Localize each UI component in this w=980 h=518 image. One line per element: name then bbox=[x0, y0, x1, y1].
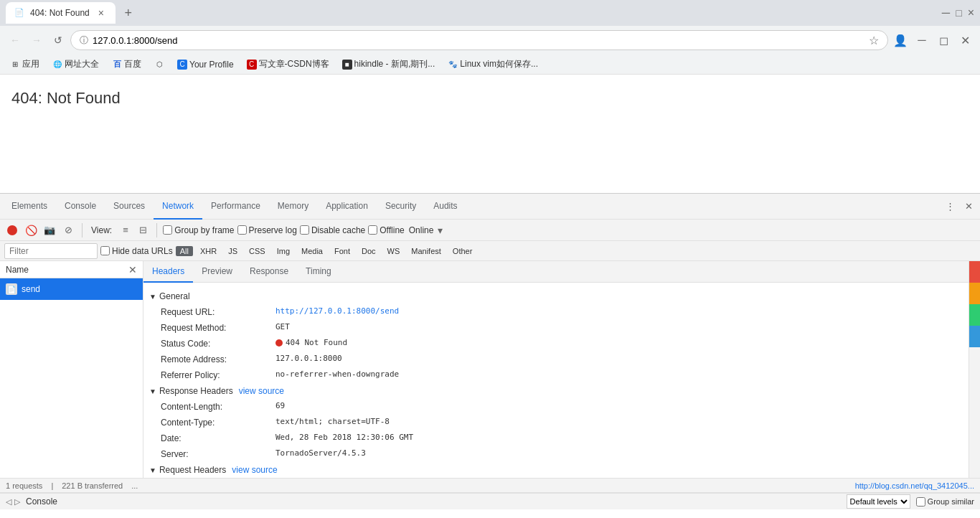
detail-tab-headers[interactable]: Headers bbox=[143, 261, 193, 283]
disable-cache-input[interactable] bbox=[300, 225, 309, 235]
online-status: Online bbox=[409, 225, 434, 235]
response-headers-section[interactable]: ▼ Response Headers view source bbox=[143, 383, 969, 399]
content-type-val: text/html; charset=UTF-8 bbox=[275, 416, 390, 429]
type-btn-xhr[interactable]: XHR bbox=[196, 246, 221, 256]
hide-data-urls-input[interactable] bbox=[100, 246, 110, 255]
console-input[interactable] bbox=[69, 496, 841, 507]
devtools-tabs: Elements Console Sources Network Perform… bbox=[0, 194, 980, 220]
detail-tab-response[interactable]: Response bbox=[241, 261, 297, 283]
type-btn-ws[interactable]: WS bbox=[383, 246, 405, 256]
tab-audits[interactable]: Audits bbox=[425, 194, 466, 220]
browser-tab[interactable]: 📄 404: Not Found × bbox=[6, 2, 116, 24]
detail-tab-preview[interactable]: Preview bbox=[193, 261, 241, 283]
view-list-btn[interactable]: ≡ bbox=[118, 222, 133, 238]
detail-tab-timing[interactable]: Timing bbox=[297, 261, 340, 283]
filter-input[interactable] bbox=[4, 243, 98, 259]
group-frame-checkbox[interactable]: Group by frame bbox=[163, 225, 234, 235]
server-val: TornadoServer/4.5.3 bbox=[275, 448, 366, 461]
details-panel: Headers Preview Response Timing ▼ Genera… bbox=[143, 261, 969, 478]
disable-cache-checkbox[interactable]: Disable cache bbox=[300, 225, 365, 235]
hide-data-urls-label[interactable]: Hide data URLs bbox=[100, 246, 173, 256]
reload-btn[interactable]: ↺ bbox=[49, 31, 67, 50]
type-btn-doc[interactable]: Doc bbox=[357, 246, 380, 256]
type-btn-other[interactable]: Other bbox=[448, 246, 477, 256]
tab-elements[interactable]: Elements bbox=[3, 194, 56, 220]
address-bar: ⓘ ☆ bbox=[70, 30, 888, 50]
tab-application[interactable]: Application bbox=[317, 194, 377, 220]
type-btn-img[interactable]: Img bbox=[273, 246, 294, 256]
tab-close-btn[interactable]: × bbox=[95, 7, 107, 19]
bookmark-github[interactable]: ⬡ bbox=[150, 58, 169, 71]
request-item-send[interactable]: 📄 send bbox=[0, 278, 143, 300]
hikindle-icon: ■ bbox=[342, 60, 352, 70]
console-nav-back[interactable]: ◁ bbox=[6, 497, 11, 507]
bookmark-your-profile[interactable]: C Your Profile bbox=[173, 58, 238, 71]
console-tab-btn[interactable]: Console bbox=[20, 496, 63, 507]
tab-console[interactable]: Console bbox=[56, 194, 105, 220]
offline-input[interactable] bbox=[368, 225, 377, 235]
minimize-btn[interactable]: ─ bbox=[942, 6, 950, 19]
group-similar-label[interactable]: Group similar bbox=[916, 497, 974, 507]
preserve-log-input[interactable] bbox=[237, 225, 247, 235]
request-url-val: http://127.0.0.1:8000/send bbox=[275, 306, 399, 319]
type-btn-js[interactable]: JS bbox=[224, 246, 242, 256]
console-level-select[interactable]: Default levels bbox=[847, 494, 910, 509]
view-large-btn[interactable]: ⊟ bbox=[135, 222, 151, 238]
detail-tabs: Headers Preview Response Timing bbox=[143, 261, 969, 283]
console-bar: ◁ ▷ Console Default levels Group similar bbox=[0, 492, 980, 509]
type-btn-media[interactable]: Media bbox=[297, 246, 327, 256]
clear-btn[interactable]: 🚫 bbox=[23, 222, 39, 238]
filter-icon: ⊘ bbox=[65, 225, 72, 235]
group-similar-input[interactable] bbox=[916, 497, 925, 507]
bookmark-csdn[interactable]: C 写文章-CSDN博客 bbox=[242, 57, 334, 72]
bookmark-linux[interactable]: 🐾 Linux vim如何保存... bbox=[443, 57, 542, 72]
console-nav-forward[interactable]: ▷ bbox=[14, 497, 20, 507]
close-pane-btn[interactable]: ✕ bbox=[128, 264, 137, 276]
request-headers-section[interactable]: ▼ Request Headers view source bbox=[143, 462, 969, 478]
screenshot-btn[interactable]: 📷 bbox=[42, 222, 57, 238]
request-list-header: Name ✕ bbox=[0, 261, 143, 278]
maximize-btn[interactable]: □ bbox=[956, 7, 961, 19]
type-btn-manifest[interactable]: Manifest bbox=[407, 246, 446, 256]
tab-network[interactable]: Network bbox=[154, 194, 202, 220]
timeline-scrollbar[interactable] bbox=[969, 261, 980, 478]
user-account-btn[interactable]: 👤 bbox=[891, 31, 910, 50]
close-devtools-btn[interactable]: ✕ bbox=[960, 198, 977, 215]
address-input[interactable] bbox=[93, 35, 864, 46]
bookmark-wangzhan[interactable]: 🌐 网址大全 bbox=[48, 57, 103, 72]
type-btn-all[interactable]: All bbox=[176, 246, 193, 256]
bookmark-hikindle[interactable]: ■ hikindle - 新闻,期刊... bbox=[338, 57, 440, 72]
new-tab-btn[interactable]: + bbox=[118, 3, 138, 23]
customize-devtools-btn[interactable]: ⋮ bbox=[941, 198, 958, 215]
record-btn[interactable] bbox=[4, 222, 20, 238]
response-view-source-btn[interactable]: view source bbox=[239, 386, 284, 396]
close-window-btn[interactable]: ✕ bbox=[956, 31, 974, 50]
apps-icon: ⊞ bbox=[10, 60, 20, 70]
forward-btn[interactable]: → bbox=[27, 31, 46, 50]
tab-security[interactable]: Security bbox=[377, 194, 425, 220]
bookmark-apps[interactable]: ⊞ 应用 bbox=[6, 57, 44, 72]
status-dot-icon bbox=[275, 339, 283, 347]
minimize-window-btn[interactable]: ─ bbox=[913, 31, 931, 50]
tab-performance[interactable]: Performance bbox=[202, 194, 269, 220]
restore-window-btn[interactable]: ◻ bbox=[934, 31, 953, 50]
filter-toggle-btn[interactable]: ⊘ bbox=[60, 222, 76, 238]
tab-sources[interactable]: Sources bbox=[105, 194, 154, 220]
preserve-log-checkbox[interactable]: Preserve log bbox=[237, 225, 297, 235]
back-btn[interactable]: ← bbox=[6, 31, 24, 50]
request-method-row: Request Method: GET bbox=[143, 320, 969, 336]
response-headers-title: Response Headers bbox=[159, 386, 233, 396]
throttle-dropdown-btn[interactable]: ▾ bbox=[438, 225, 443, 236]
bookmark-baidu[interactable]: 百 百度 bbox=[108, 57, 146, 72]
group-frame-input[interactable] bbox=[163, 225, 172, 235]
general-section-header[interactable]: ▼ General bbox=[143, 288, 969, 304]
bookmark-star-icon[interactable]: ☆ bbox=[869, 34, 879, 47]
request-view-source-btn[interactable]: view source bbox=[232, 465, 277, 475]
type-btn-font[interactable]: Font bbox=[330, 246, 354, 256]
tab-memory[interactable]: Memory bbox=[269, 194, 317, 220]
close-btn[interactable]: × bbox=[968, 6, 974, 19]
color-band-blue bbox=[969, 326, 980, 347]
offline-checkbox[interactable]: Offline bbox=[368, 225, 404, 235]
type-btn-css[interactable]: CSS bbox=[245, 246, 270, 256]
status-url-hint: http://blog.csdn.net/qq_3412045... bbox=[855, 481, 974, 490]
